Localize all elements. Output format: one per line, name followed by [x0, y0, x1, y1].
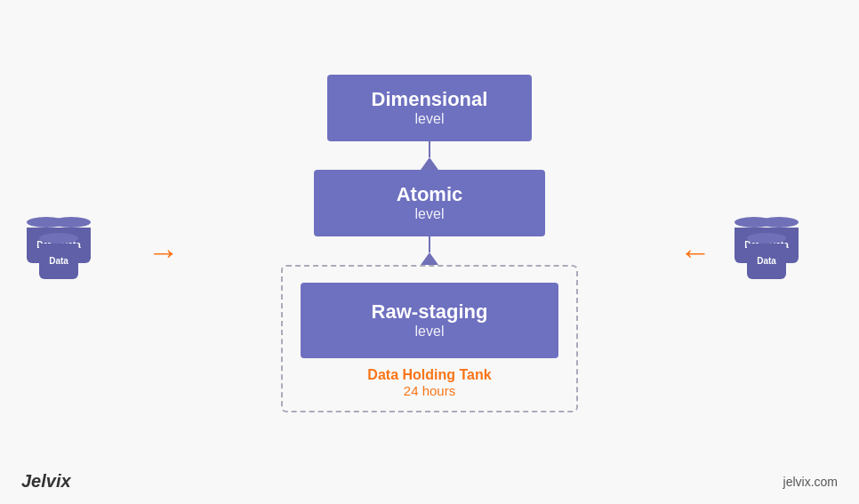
bucket-top — [52, 217, 91, 228]
arrow-line — [429, 141, 430, 157]
raw-staging-level-box: Raw-staging level — [301, 283, 558, 358]
footer: Jelvix jelvix.com — [21, 471, 838, 492]
arrow-head — [421, 252, 438, 265]
right-bucket-3: Data — [747, 233, 786, 279]
arrow-dim-to-atomic — [421, 141, 438, 170]
right-buckets: Data Data Data — [726, 217, 832, 288]
atomic-level-box: Atomic level — [314, 170, 545, 236]
holding-tank-label: Data Holding Tank 24 hours — [367, 367, 491, 398]
holding-tank-hours: 24 hours — [367, 383, 491, 398]
arrow-line — [429, 236, 430, 252]
left-buckets: Data Data Data — [27, 217, 133, 288]
holding-tank-title: Data Holding Tank — [367, 367, 491, 383]
bucket-label: Data — [757, 256, 776, 266]
diagram-container: Data Data Data → ← — [0, 0, 859, 504]
arrow-head — [421, 157, 438, 170]
dimensional-title: Dimensional — [372, 88, 488, 111]
bucket-top — [759, 217, 799, 228]
brand-name: Jelvix — [21, 471, 71, 492]
dimensional-subtitle: level — [415, 111, 445, 127]
bucket-label: Data — [49, 256, 68, 266]
atomic-title: Atomic — [397, 183, 463, 206]
right-data-section: ← Data Data Data — [679, 217, 832, 288]
center-stack: Dimensional level Atomic level Raw-stagi… — [281, 75, 578, 412]
arrow-atomic-to-raw — [421, 236, 438, 265]
left-data-section: Data Data Data → — [27, 217, 180, 288]
raw-staging-title: Raw-staging — [372, 300, 488, 324]
raw-staging-subtitle: level — [415, 324, 445, 340]
bucket-body: Data — [747, 244, 786, 279]
brand-url: jelvix.com — [783, 475, 838, 489]
right-arrow: ← — [679, 236, 711, 268]
bucket-top — [747, 233, 786, 244]
left-bucket-3: Data — [39, 233, 78, 279]
atomic-subtitle: level — [415, 206, 445, 222]
left-arrow: → — [148, 236, 180, 268]
data-holding-tank-container: Raw-staging level Data Holding Tank 24 h… — [281, 265, 578, 412]
dimensional-level-box: Dimensional level — [327, 75, 532, 141]
bucket-top — [39, 233, 78, 244]
bucket-body: Data — [39, 244, 78, 279]
